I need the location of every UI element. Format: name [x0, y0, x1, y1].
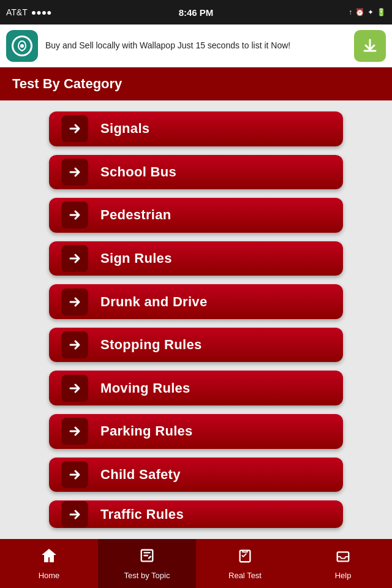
- arrow-box-school-bus: [61, 159, 88, 186]
- arrow-box-parking-rules: [61, 418, 88, 445]
- arrow-box-pedestrian: [61, 202, 88, 228]
- home-icon: [40, 548, 58, 568]
- tab-help-label: Help: [335, 571, 352, 580]
- category-label-child-safety: Child Safety: [100, 467, 181, 483]
- category-label-sign-rules: Sign Rules: [100, 251, 172, 266]
- category-btn-school-bus[interactable]: School Bus: [49, 155, 343, 190]
- page-title: Test By Category: [12, 76, 122, 92]
- category-label-moving-rules: Moving Rules: [100, 380, 190, 396]
- category-label-school-bus: School Bus: [100, 164, 176, 180]
- arrow-box-moving-rules: [61, 375, 88, 402]
- status-bar: AT&T ●●●● 8:46 PM ↑ ⏰ ✦ 🔋: [0, 0, 392, 24]
- category-btn-child-safety[interactable]: Child Safety: [49, 458, 343, 492]
- arrow-box-traffic-rules: [61, 501, 88, 528]
- tab-test-by-topic-label: Test by Topic: [124, 571, 170, 580]
- time-label: 8:46 PM: [179, 7, 214, 18]
- category-list: Signals School Bus Pedestrian Sign Rules…: [0, 100, 392, 539]
- arrow-box-stopping-rules: [61, 331, 88, 358]
- tab-home[interactable]: Home: [0, 539, 98, 588]
- battery-icon: 🔋: [377, 8, 386, 17]
- category-label-signals: Signals: [100, 121, 149, 137]
- category-btn-drunk-and-drive[interactable]: Drunk and Drive: [49, 284, 343, 319]
- status-left: AT&T ●●●●: [6, 7, 52, 17]
- signal-icon: ●●●●: [31, 7, 52, 17]
- arrow-box-child-safety: [61, 461, 88, 488]
- category-label-parking-rules: Parking Rules: [100, 423, 193, 439]
- status-right: ↑ ⏰ ✦ 🔋: [349, 8, 386, 17]
- alarm-icon: ⏰: [355, 8, 364, 17]
- clipboard-icon: [236, 548, 254, 568]
- category-btn-parking-rules[interactable]: Parking Rules: [49, 414, 343, 449]
- arrow-box-drunk-and-drive: [61, 288, 88, 315]
- ad-text: Buy and Sell locally with Wallapop Just …: [45, 40, 354, 51]
- svg-point-0: [20, 44, 24, 48]
- category-btn-sign-rules[interactable]: Sign Rules: [49, 241, 343, 276]
- ad-logo: [6, 30, 38, 62]
- tab-test-by-topic[interactable]: Test by Topic: [98, 539, 196, 588]
- tab-home-label: Home: [39, 571, 60, 580]
- edit-icon: [138, 548, 156, 568]
- inbox-icon: [334, 548, 352, 568]
- carrier-label: AT&T: [6, 7, 28, 17]
- ad-banner[interactable]: Buy and Sell locally with Wallapop Just …: [0, 24, 392, 67]
- category-label-pedestrian: Pedestrian: [100, 207, 172, 223]
- arrow-box-signals: [61, 115, 88, 142]
- ad-download-button[interactable]: [354, 30, 386, 62]
- category-label-traffic-rules: Traffic Rules: [100, 507, 184, 522]
- tab-real-test-label: Real Test: [228, 571, 262, 580]
- category-btn-traffic-rules[interactable]: Traffic Rules: [49, 500, 343, 528]
- tab-help[interactable]: Help: [294, 539, 392, 588]
- category-btn-moving-rules[interactable]: Moving Rules: [49, 371, 343, 405]
- tab-real-test[interactable]: Real Test: [196, 539, 294, 588]
- bluetooth-icon: ✦: [368, 8, 374, 17]
- tab-bar: Home Test by Topic Real Test: [0, 539, 392, 588]
- location-icon: ↑: [349, 8, 352, 17]
- arrow-box-sign-rules: [61, 245, 88, 272]
- category-btn-stopping-rules[interactable]: Stopping Rules: [49, 328, 343, 363]
- category-btn-signals[interactable]: Signals: [49, 111, 343, 146]
- page-header: Test By Category: [0, 67, 392, 100]
- category-label-drunk-and-drive: Drunk and Drive: [100, 294, 207, 310]
- category-btn-pedestrian[interactable]: Pedestrian: [49, 198, 343, 233]
- category-label-stopping-rules: Stopping Rules: [100, 337, 202, 353]
- ad-logo-inner: [12, 36, 32, 56]
